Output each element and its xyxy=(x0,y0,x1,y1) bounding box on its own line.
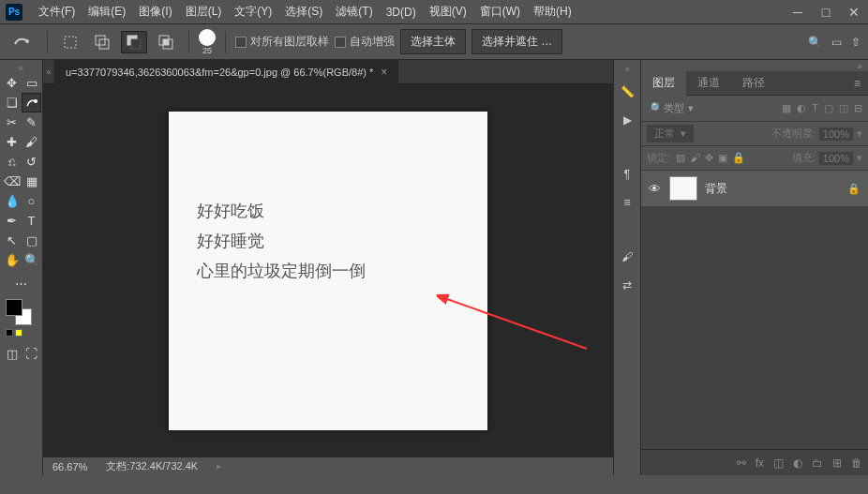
ruler-panel-icon[interactable]: 📏 xyxy=(617,82,637,102)
menu-filter[interactable]: 滤镜(T) xyxy=(329,4,379,20)
screen-mode-tool[interactable]: ⛶ xyxy=(22,344,41,364)
layer-thumbnail[interactable] xyxy=(669,176,697,201)
move-tool[interactable]: ✥ xyxy=(2,73,22,93)
group-icon[interactable]: 🗀 xyxy=(812,457,823,470)
filter-type-icon[interactable]: T xyxy=(812,102,818,114)
crop-tool[interactable]: ✂ xyxy=(2,112,22,132)
delete-layer-icon[interactable]: 🗑 xyxy=(851,457,862,470)
menu-view[interactable]: 视图(V) xyxy=(423,4,473,20)
fill-input[interactable]: 100% xyxy=(819,152,853,165)
share-icon[interactable]: ⇧ xyxy=(851,36,861,49)
select-subject-button[interactable]: 选择主体 xyxy=(400,29,466,54)
select-and-mask-button[interactable]: 选择并遮住 … xyxy=(471,29,562,54)
adjustments-panel-icon[interactable]: ⇄ xyxy=(617,275,637,295)
brush-tool[interactable]: 🖌 xyxy=(22,132,41,152)
intersect-selection-icon[interactable] xyxy=(153,31,179,53)
link-layers-icon[interactable]: ⚯ xyxy=(737,457,746,470)
lasso-tool[interactable]: ❑ xyxy=(2,93,22,112)
layer-lock-icon[interactable]: 🔒 xyxy=(847,183,861,195)
close-tab-icon[interactable]: × xyxy=(381,66,387,79)
canvas[interactable]: 好好吃饭 好好睡觉 心里的垃圾定期倒一倒 xyxy=(169,112,487,430)
maximize-button[interactable]: □ xyxy=(812,0,840,24)
shape-tool[interactable]: ▢ xyxy=(22,231,41,250)
hand-tool[interactable]: ✋ xyxy=(2,250,22,270)
menu-type[interactable]: 文字(Y) xyxy=(228,4,278,20)
brushes-panel-icon[interactable]: 🖌 xyxy=(617,247,637,267)
path-tool[interactable]: ↖ xyxy=(2,231,22,250)
default-colors[interactable] xyxy=(6,329,13,337)
swap-colors[interactable] xyxy=(15,329,22,337)
workspace-icon[interactable]: ▭ xyxy=(831,36,842,49)
filter-pixel-icon[interactable]: ▦ xyxy=(782,102,791,114)
menu-3d[interactable]: 3D(D) xyxy=(380,6,423,19)
layer-fx-icon[interactable]: fx xyxy=(756,457,764,470)
gradient-tool[interactable]: ▦ xyxy=(22,172,41,191)
midstrip-collapse[interactable]: » xyxy=(624,64,630,74)
quick-selection-tool[interactable] xyxy=(22,93,41,112)
toolbox-collapse[interactable]: « xyxy=(2,62,40,73)
menu-help[interactable]: 帮助(H) xyxy=(527,4,578,20)
dodge-tool[interactable]: ○ xyxy=(22,191,41,211)
color-swatches[interactable] xyxy=(2,299,40,327)
zoom-level[interactable]: 66.67% xyxy=(52,461,87,472)
brush-size-preview[interactable]: 25 xyxy=(199,29,216,55)
eraser-tool[interactable]: ⌫ xyxy=(2,172,22,191)
visibility-toggle-icon[interactable]: 👁 xyxy=(649,182,662,195)
healing-tool[interactable]: ✚ xyxy=(2,132,22,152)
blur-tool[interactable]: 💧 xyxy=(2,191,22,211)
menu-image[interactable]: 图像(I) xyxy=(132,4,178,20)
actions-panel-icon[interactable]: ▶ xyxy=(617,110,637,130)
new-layer-icon[interactable]: ⊞ xyxy=(832,457,842,470)
add-selection-icon[interactable] xyxy=(89,31,115,53)
lock-artboard-icon[interactable]: ▣ xyxy=(718,152,727,164)
new-selection-icon[interactable] xyxy=(57,31,83,53)
paragraph-panel-icon[interactable]: ¶ xyxy=(617,164,637,185)
tab-paths[interactable]: 路径 xyxy=(731,71,776,96)
document-tab[interactable]: u=3377079346,3626360063&fm=26&gp=0.jpg @… xyxy=(54,60,398,84)
tab-layers[interactable]: 图层 xyxy=(641,71,686,96)
foreground-color[interactable] xyxy=(6,299,22,316)
layer-name[interactable]: 背景 xyxy=(705,181,727,197)
blend-mode-select[interactable]: 正常▾ xyxy=(647,125,694,142)
lock-position-icon[interactable]: ✥ xyxy=(705,152,713,164)
history-brush-tool[interactable]: ↺ xyxy=(22,152,41,172)
panel-menu-icon[interactable]: ≡ xyxy=(846,77,868,90)
stamp-tool[interactable]: ⎌ xyxy=(2,152,22,172)
eyedropper-tool[interactable]: ✎ xyxy=(22,112,41,132)
character-panel-icon[interactable]: ≡ xyxy=(617,192,637,213)
menu-window[interactable]: 窗口(W) xyxy=(473,4,527,20)
filter-toggle-icon[interactable]: ⊟ xyxy=(854,102,862,114)
layer-row[interactable]: 👁 背景 🔒 xyxy=(641,171,868,206)
subtract-selection-icon[interactable] xyxy=(121,31,147,53)
search-icon[interactable]: 🔍 xyxy=(808,36,822,49)
opacity-input[interactable]: 100% xyxy=(819,127,853,141)
zoom-tool[interactable]: 🔍 xyxy=(22,250,41,270)
tab-collapse[interactable]: « xyxy=(43,60,54,84)
lock-transparent-icon[interactable]: ▨ xyxy=(676,152,685,164)
canvas-viewport[interactable]: 好好吃饭 好好睡觉 心里的垃圾定期倒一倒 xyxy=(43,84,613,457)
marquee-tool[interactable]: ▭ xyxy=(22,73,41,93)
tool-preset-picker[interactable] xyxy=(7,31,37,53)
menu-select[interactable]: 选择(S) xyxy=(278,4,329,20)
type-tool[interactable]: T xyxy=(22,211,41,231)
lock-paint-icon[interactable]: 🖌 xyxy=(690,152,700,164)
tab-channels[interactable]: 通道 xyxy=(686,71,731,96)
pen-tool[interactable]: ✒ xyxy=(2,211,22,231)
filter-smart-icon[interactable]: ◫ xyxy=(839,102,848,114)
layer-mask-icon[interactable]: ◫ xyxy=(773,457,784,470)
layer-filter-type[interactable]: 🔎 类型 ▾ xyxy=(647,101,694,115)
minimize-button[interactable]: ─ xyxy=(784,0,812,24)
filter-shape-icon[interactable]: ▢ xyxy=(824,102,833,114)
quick-mask-tool[interactable]: ◫ xyxy=(2,344,22,364)
panels-collapse[interactable]: » xyxy=(641,60,868,71)
adjustment-layer-icon[interactable]: ◐ xyxy=(793,457,802,470)
menu-layer[interactable]: 图层(L) xyxy=(179,4,229,20)
sample-all-layers-checkbox[interactable]: 对所有图层取样 xyxy=(235,34,329,50)
edit-toolbar[interactable]: ⋯ xyxy=(2,274,40,293)
auto-enhance-checkbox[interactable]: 自动增强 xyxy=(335,34,395,50)
menu-edit[interactable]: 编辑(E) xyxy=(82,4,132,20)
filter-adjust-icon[interactable]: ◐ xyxy=(797,102,806,114)
close-button[interactable]: ✕ xyxy=(840,0,868,24)
lock-all-icon[interactable]: 🔒 xyxy=(732,152,745,164)
menu-file[interactable]: 文件(F) xyxy=(32,4,82,20)
